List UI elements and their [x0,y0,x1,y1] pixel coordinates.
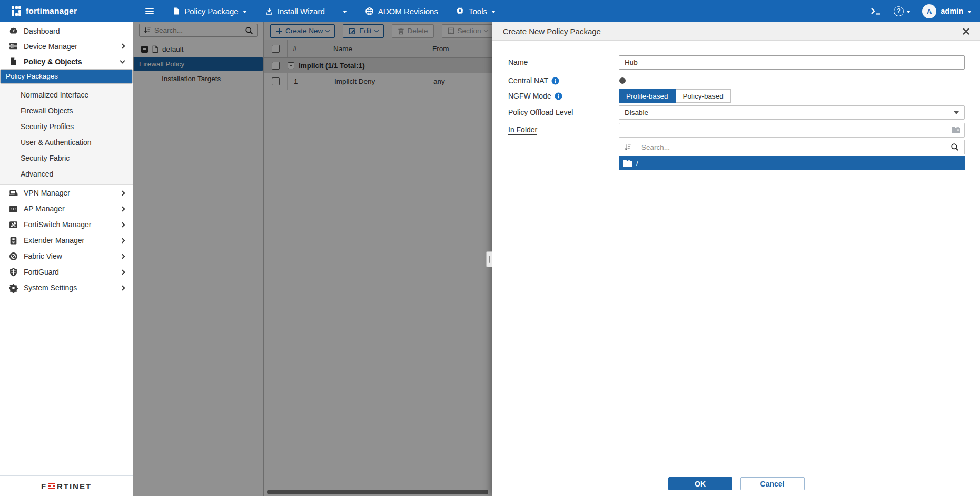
extender-manager-icon [7,236,19,245]
sidebar-item-fabric-view[interactable]: Fabric View [0,248,133,264]
name-label: Name [508,55,528,70]
policy-offload-select[interactable]: Disable [619,105,965,120]
modal-title: Create New Policy Package [503,27,601,36]
sidebar-item-normalized-interface[interactable]: Normalized Interface [0,87,133,103]
sidebar-item-extender-manager[interactable]: Extender Manager [0,232,133,248]
sidebar-item-system-settings[interactable]: System Settings [0,280,133,296]
sidebar-item-fortiguard[interactable]: FortiGuard [0,264,133,280]
top-menu: Policy Package Install Wizard ADOM Revis… [145,7,496,16]
cli-console-icon[interactable] [870,7,882,15]
sidebar-item-dashboard[interactable]: Dashboard [0,23,133,38]
folder-root-label: / [636,159,638,167]
sidebar-footer: F RTINET [0,475,133,496]
folder-icon [623,160,632,167]
create-policy-package-modal: Create New Policy Package Name Central N… [492,22,980,496]
chevron-right-icon [120,222,125,227]
main-sidebar: Dashboard Device Manager Policy & Object… [0,22,133,496]
modal-body: Name Central NAT NGFW Mode [492,41,980,473]
chevron-right-icon [120,44,125,49]
panel-resize-handle[interactable] [486,251,492,267]
gear-icon [7,284,19,293]
name-input[interactable] [619,55,965,70]
central-nat-row: Central NAT [492,76,980,85]
policy-objects-submenu: Normalized Interface Firewall Objects Se… [0,84,133,185]
sidebar-item-ap-manager[interactable]: AP Manager [0,201,133,217]
policy-offload-label: Policy Offload Level [508,105,573,120]
top-navigation-bar: fortimanager Policy Package Install Wiza… [0,0,980,22]
chevron-right-icon [120,206,125,211]
in-folder-input[interactable] [619,123,965,138]
policy-offload-row: Policy Offload Level Disable [492,105,980,120]
fortimanager-logo-text: fortimanager [26,6,77,16]
caret-down-icon [343,11,347,13]
central-nat-label: Central NAT [508,76,559,85]
avatar: A [922,4,936,18]
sidebar-item-device-manager[interactable]: Device Manager [0,38,133,54]
policy-objects-icon [7,57,19,66]
ngfw-profile-based-option[interactable]: Profile-based [619,89,676,103]
sidebar-item-security-profiles[interactable]: Security Profiles [0,119,133,134]
fortinet-logo: F RTINET [41,482,92,491]
modal-footer: OK Cancel [492,473,980,496]
new-folder-icon[interactable] [952,126,961,136]
sidebar-item-policy-objects[interactable]: Policy & Objects [0,54,133,69]
fortimanager-logo-icon [12,6,21,16]
device-manager-icon [7,42,19,51]
in-folder-label: In Folder [508,125,537,135]
fortimanager-logo: fortimanager [12,6,77,16]
gear-icon [456,7,464,15]
ngfw-policy-based-option[interactable]: Policy-based [676,89,731,103]
folder-search-input[interactable] [636,143,951,151]
sidebar-item-user-authentication[interactable]: User & Authentication [0,134,133,150]
fortiguard-icon [7,268,19,277]
caret-down-icon [491,11,496,13]
sidebar-item-vpn-manager[interactable]: VPN Manager [0,185,133,201]
cancel-button[interactable]: Cancel [740,477,805,490]
folder-tree-root-item[interactable]: / [619,156,965,170]
fortiswitch-manager-icon [7,220,19,229]
name-field-row: Name [492,55,980,70]
chevron-right-icon [120,190,125,196]
ngfw-mode-label: NGFW Mode [508,89,562,103]
close-icon[interactable] [963,28,969,35]
username: admin [941,7,963,15]
sidebar-item-firewall-objects[interactable]: Firewall Objects [0,103,133,119]
menu-policy-package[interactable]: Policy Package [172,7,247,16]
caret-down-icon [243,11,247,13]
chevron-right-icon [120,238,125,243]
sidebar-item-policy-packages[interactable]: Policy Packages [0,69,133,84]
chevron-right-icon [120,285,125,290]
modal-backdrop [133,22,492,496]
search-icon[interactable] [951,143,959,151]
caret-down-icon [954,111,959,114]
menu-tools[interactable]: Tools [456,7,496,16]
caret-down-icon [967,11,972,13]
folder-search-box [619,140,965,154]
document-icon [172,7,180,15]
info-icon[interactable] [551,77,559,85]
install-wizard-split-caret[interactable] [343,9,347,13]
download-icon [265,7,273,15]
chevron-down-icon [120,58,125,63]
globe-icon [365,7,374,16]
chevron-right-icon [120,269,125,275]
modal-header: Create New Policy Package [492,22,980,41]
user-menu[interactable]: A admin [922,4,972,18]
sidebar-item-security-fabric[interactable]: Security Fabric [0,150,133,166]
chevron-right-icon [120,254,125,259]
fortimanager-app: fortimanager Policy Package Install Wiza… [0,0,980,496]
sidebar-item-advanced[interactable]: Advanced [0,166,133,182]
info-icon[interactable] [555,92,562,100]
ok-button[interactable]: OK [668,477,732,490]
help-menu[interactable]: ? [894,6,910,16]
menu-adom-revisions[interactable]: ADOM Revisions [365,7,438,16]
vpn-manager-icon [7,189,19,198]
sidebar-item-fortiswitch-manager[interactable]: FortiSwitch Manager [0,217,133,232]
menu-install-wizard[interactable]: Install Wizard [265,7,325,16]
policy-offload-value: Disable [625,109,648,116]
fortinet-logo-mark-icon [48,483,55,490]
sort-icon[interactable] [619,140,636,154]
toggle-knob [619,77,626,84]
ngfw-mode-row: NGFW Mode Profile-based Policy-based [492,89,980,103]
hamburger-menu-icon[interactable] [145,8,154,15]
